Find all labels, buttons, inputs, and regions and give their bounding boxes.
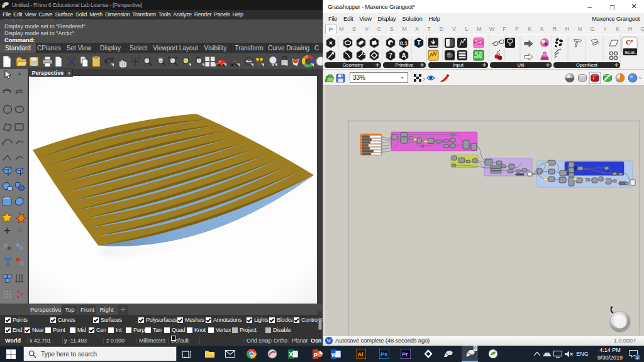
svg-text:W: W [326,338,331,344]
svg-text:Scat...: Scat... [625,50,639,55]
svg-text:Ai: Ai [358,351,364,358]
svg-text:7: 7 [389,52,392,59]
svg-text:·: · [425,76,426,80]
svg-text:×: × [329,40,333,47]
svg-text:·: · [436,76,438,80]
svg-text:Ps: Ps [380,351,387,358]
svg-text:#: # [630,38,633,44]
svg-text:Pr: Pr [402,351,408,358]
svg-text:W: W [331,351,337,358]
svg-text:A: A [401,52,406,59]
svg-text:0.1: 0.1 [400,40,408,47]
svg-text:T: T [417,40,421,47]
svg-text:P: P [314,351,318,358]
